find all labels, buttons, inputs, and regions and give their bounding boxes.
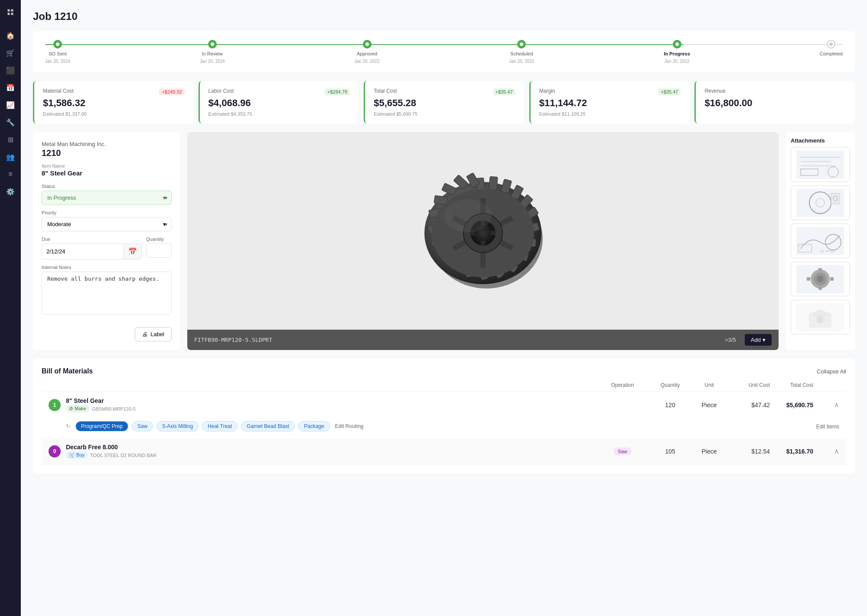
priority-select[interactable]: Moderate ▾	[42, 217, 172, 231]
add-button[interactable]: Add ▾	[745, 334, 772, 346]
edit-items-text[interactable]: Edit Items	[816, 424, 839, 430]
routing-tag-program[interactable]: Program/QC Prep	[75, 421, 128, 431]
cost-card-material-badge: +$249.32	[159, 88, 184, 95]
bom-sub-item-1-unit-cost: $12.54	[727, 448, 770, 455]
priority-label: Priority	[42, 210, 172, 215]
label-btn-text: Label	[150, 331, 164, 337]
step-label-in-progress: In Progress	[664, 51, 690, 56]
step-label-approved: Approved	[357, 51, 377, 56]
progress-step-in-review: In Review Jan 20, 2024	[200, 40, 225, 64]
bom-sub-item-1-qty: 105	[649, 448, 692, 455]
item-name-value: 8" Steel Gear	[42, 169, 172, 177]
bom-item-1-badge-label: Make	[75, 406, 86, 411]
svg-rect-3	[489, 176, 498, 190]
cost-card-total-badge: +$35.47	[493, 88, 515, 95]
priority-select-wrapper[interactable]: Moderate ▾	[42, 217, 172, 231]
quantity-label: Quantity	[146, 237, 172, 242]
attachment-3[interactable]: A1 37482	[791, 224, 850, 258]
step-date-so-sent: Jan 20, 2024	[45, 59, 70, 64]
due-input-wrapper[interactable]: 📅	[42, 243, 142, 259]
step-dot-inner	[675, 42, 679, 46]
viewer-controls: >3/5 Add ▾	[725, 334, 772, 346]
bom-item-1: 1 8" Steel Gear ⚙ Make GBSM90-MRP120-5 1…	[42, 392, 846, 465]
cost-card-labor-est: Estimated $4,353.75	[209, 111, 350, 117]
bom-item-1-number: 1	[49, 399, 61, 411]
sidebar-icon-list[interactable]: ≡	[3, 166, 18, 182]
sidebar-icon-home[interactable]: 🏠	[3, 28, 18, 43]
quantity-input[interactable]: 120	[146, 243, 172, 258]
bom-column-headers: Operation Quantity Unit Unit Cost Total …	[42, 382, 846, 392]
bom-sub-item-1-collapse-button[interactable]: ∧	[813, 447, 839, 455]
sidebar-icon-chart[interactable]: 📈	[3, 97, 18, 113]
cost-card-revenue-label: Revenue	[704, 88, 725, 94]
due-input[interactable]	[42, 245, 124, 258]
bom-sub-item-1-info: Decarb Free 8.000 🛒 Buy TOOL STEEL D2 RO…	[66, 444, 596, 459]
notes-label: Internal Notes	[42, 265, 172, 270]
routing-arrow-icon: ↻	[66, 423, 70, 429]
step-dot-in-progress	[673, 40, 681, 49]
attachment-1[interactable]	[791, 147, 850, 182]
step-date-scheduled: Jan 20, 2022	[509, 59, 534, 64]
svg-rect-36	[491, 231, 495, 235]
job-detail-panel: Metal Man Machining Inc. 1210 Item Name …	[33, 132, 180, 350]
add-btn-label: Add	[751, 337, 761, 343]
priority-value: Moderate	[47, 221, 71, 227]
due-label: Due	[42, 237, 142, 242]
bom-col-unit-cost: Unit Cost	[727, 382, 770, 388]
edit-routing-link[interactable]: Edit Routing	[335, 423, 363, 429]
progress-step-scheduled: Scheduled Jan 20, 2022	[509, 40, 534, 64]
cost-card-revenue: Revenue $16,800.00	[694, 81, 855, 123]
sidebar-icon-users[interactable]: 👥	[3, 149, 18, 165]
collapse-all-button[interactable]: Collapse All	[817, 368, 846, 375]
cost-cards: Material Cost +$249.32 $1,586.32 Estimat…	[33, 81, 855, 123]
cost-card-total-est: Estimated $5,690.75	[374, 111, 515, 117]
bom-item-1-unit: Piece	[692, 402, 727, 409]
routing-tag-milling[interactable]: 5-Axis Milling	[156, 421, 199, 431]
bom-item-1-badge: ⚙ Make	[66, 405, 89, 412]
viewer-main	[187, 132, 779, 330]
attachment-5[interactable]	[791, 300, 850, 334]
sidebar-icon-grid[interactable]: ⊞	[3, 132, 18, 147]
cost-card-margin: Margin +$35.47 $11,144.72 Estimated $11,…	[529, 81, 690, 123]
step-label-in-review: In Review	[202, 51, 223, 56]
bom-sub-item-1-total-cost: $1,316.70	[770, 448, 813, 455]
main-content: Job 1210 SO Sent Jan 20, 2024	[21, 0, 867, 616]
job-number: 1210	[42, 148, 172, 158]
svg-rect-60	[807, 277, 810, 281]
bom-sub-item-1-op-badge: Saw	[613, 447, 631, 455]
sidebar-icon-calendar[interactable]: 📅	[3, 80, 18, 95]
routing-tag-heat[interactable]: Heat Treat	[202, 421, 238, 431]
sidebar-icon-layers[interactable]: ⬛	[3, 62, 18, 78]
attachment-4[interactable]	[791, 262, 850, 296]
status-select[interactable]: In Progress ▾	[42, 191, 172, 205]
edit-items-link: Edit Items	[815, 422, 839, 430]
cost-card-material-label: Material Cost	[43, 88, 74, 94]
svg-rect-48	[831, 193, 840, 204]
cost-card-total-value: $5,655.28	[374, 97, 515, 109]
attachment-2[interactable]	[791, 185, 850, 220]
status-select-wrapper[interactable]: In Progress ▾	[42, 191, 172, 205]
sidebar-icon-settings[interactable]: ⚙️	[3, 184, 18, 199]
svg-point-37	[444, 199, 492, 232]
bom-col-total-cost: Total Cost	[770, 382, 813, 388]
bom-section: Bill of Materials Collapse All Operation…	[33, 359, 855, 473]
routing-tag-saw[interactable]: Saw	[132, 421, 153, 431]
sidebar-icon-cart[interactable]: 🛒	[3, 45, 18, 61]
step-dot-in-review	[208, 40, 217, 49]
routing-tag-garnet[interactable]: Garnet Bead Blast	[241, 421, 295, 431]
step-dot-inner	[56, 42, 59, 46]
progress-steps: SO Sent Jan 20, 2024 In Review Jan 20, 2…	[45, 40, 843, 64]
label-button[interactable]: 🖨 Label	[135, 327, 172, 341]
bom-item-1-row: 1 8" Steel Gear ⚙ Make GBSM90-MRP120-5 1…	[42, 392, 846, 418]
bom-item-1-info: 8" Steel Gear ⚙ Make GBSM90-MRP120-5	[66, 397, 649, 412]
notes-textarea[interactable]: Remove all burrs and sharp edges.	[42, 272, 172, 315]
routing-tag-package[interactable]: Package	[298, 421, 330, 431]
calendar-icon: 📅	[124, 244, 141, 259]
step-date-in-review: Jan 20, 2024	[200, 59, 225, 64]
cost-card-margin-label: Margin	[539, 88, 555, 94]
sidebar-icon-tool[interactable]: 🔧	[3, 114, 18, 130]
bom-item-1-total-cost: $5,690.75	[770, 402, 813, 409]
progress-step-approved: Approved Jan 20, 2022	[355, 40, 380, 64]
cost-card-material: Material Cost +$249.32 $1,586.32 Estimat…	[33, 81, 193, 123]
bom-item-1-collapse-button[interactable]: ∧	[813, 401, 839, 409]
